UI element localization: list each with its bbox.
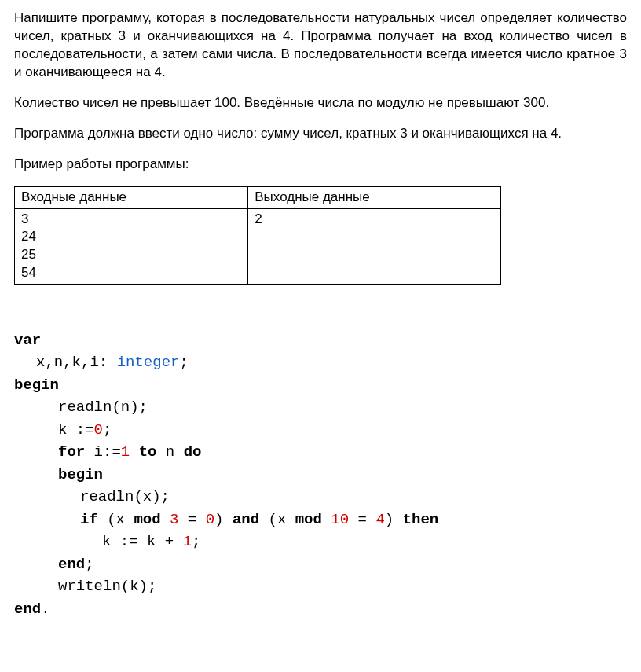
input-line: 54 bbox=[21, 264, 241, 282]
keyword-and: and bbox=[233, 511, 259, 528]
code-text: = bbox=[349, 511, 375, 528]
dot: . bbox=[41, 600, 49, 618]
code-line: readln(x); bbox=[14, 486, 170, 509]
keyword-for: for bbox=[58, 443, 85, 461]
input-line: 25 bbox=[21, 246, 241, 264]
code-text: (x bbox=[259, 511, 295, 528]
var-decl: x,n,k,i: bbox=[36, 354, 117, 371]
output-cell: 2 bbox=[248, 208, 501, 285]
keyword-if: if bbox=[80, 511, 98, 528]
code-text: = bbox=[178, 511, 205, 528]
number-literal: 1 bbox=[183, 533, 192, 550]
input-line: 3 bbox=[21, 211, 241, 229]
problem-paragraph-2: Колиество чисел не превышает 100. Введён… bbox=[14, 94, 627, 112]
code-text: i:= bbox=[85, 443, 121, 461]
type-integer: integer bbox=[117, 354, 180, 371]
example-table: Входные данные Выходные данные 3 24 25 5… bbox=[14, 186, 501, 285]
number-literal: 10 bbox=[331, 511, 349, 528]
code-text: k := bbox=[58, 421, 94, 439]
code-block: var x,n,k,i: integer; begin readln(n); k… bbox=[14, 307, 627, 620]
table-row: 3 24 25 54 2 bbox=[15, 208, 501, 285]
table-row: Входные данные Выходные данные bbox=[15, 186, 501, 208]
code-text: ) bbox=[385, 511, 403, 528]
semicolon: ; bbox=[103, 421, 112, 439]
keyword-to: to bbox=[139, 443, 157, 461]
header-output: Выходные данные bbox=[248, 186, 501, 208]
code-text: k := k + bbox=[102, 533, 183, 550]
number-literal: 0 bbox=[94, 421, 103, 439]
problem-paragraph-1: Напишите программу, которая в последоват… bbox=[14, 9, 627, 82]
semicolon: ; bbox=[192, 533, 200, 550]
code-text: ) bbox=[214, 511, 233, 528]
keyword-end: end bbox=[14, 600, 41, 618]
input-cell: 3 24 25 54 bbox=[15, 208, 248, 285]
keyword-mod: mod bbox=[134, 511, 160, 528]
keyword-begin: begin bbox=[58, 466, 103, 483]
code-line: readln(n); bbox=[14, 396, 148, 419]
input-line: 24 bbox=[21, 228, 241, 246]
problem-paragraph-3: Программа должна ввести одно число: сумм… bbox=[14, 125, 627, 143]
code-line: writeln(k); bbox=[14, 575, 156, 598]
header-input: Входные данные bbox=[15, 186, 248, 208]
code-text bbox=[130, 443, 138, 461]
code-text: n bbox=[156, 443, 183, 461]
number-literal: 4 bbox=[375, 511, 384, 528]
code-text: (x bbox=[98, 511, 134, 528]
number-literal: 3 bbox=[170, 511, 178, 528]
keyword-end: end bbox=[58, 556, 85, 573]
keyword-begin: begin bbox=[14, 376, 59, 394]
number-literal: 1 bbox=[121, 443, 130, 461]
number-literal: 0 bbox=[206, 511, 214, 528]
keyword-do: do bbox=[184, 443, 202, 461]
example-label: Пример работы программы: bbox=[14, 156, 627, 174]
semicolon: ; bbox=[179, 354, 188, 371]
semicolon: ; bbox=[85, 556, 93, 573]
keyword-mod: mod bbox=[295, 511, 322, 528]
keyword-then: then bbox=[403, 511, 439, 528]
keyword-var: var bbox=[14, 332, 41, 349]
